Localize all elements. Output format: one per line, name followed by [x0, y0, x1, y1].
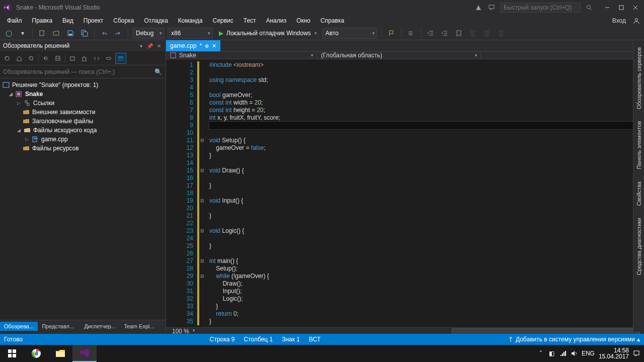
expand-icon[interactable]: ◢	[8, 92, 13, 97]
tab-team-explorer[interactable]: Team Explorer	[120, 322, 162, 331]
sol-view-icon[interactable]	[116, 53, 126, 63]
tray-lang[interactable]: ENG	[582, 350, 595, 357]
tray-clock[interactable]: 14:5815.04.2017	[599, 347, 629, 359]
menu-debug[interactable]: Отладка	[139, 16, 173, 25]
tb-extra1[interactable]: ░	[467, 28, 478, 39]
vtab-toolbox[interactable]: Панель элементов	[635, 117, 643, 173]
menu-analyze[interactable]: Анализ	[261, 16, 292, 25]
menu-test[interactable]: Тест	[238, 16, 261, 25]
user-icon[interactable]	[633, 17, 640, 24]
tray-notification-icon[interactable]	[633, 350, 640, 357]
scope-dropdown[interactable]: Авто	[322, 28, 377, 39]
tb-extra2[interactable]: ░	[481, 28, 493, 39]
config-dropdown[interactable]: Debug	[132, 28, 165, 39]
sol-collapse-icon[interactable]	[53, 53, 63, 63]
taskbar-explorer[interactable]	[48, 345, 72, 362]
menu-view[interactable]: Вид	[57, 16, 78, 25]
expand-icon[interactable]: ◢	[16, 128, 21, 133]
tray-app-icon[interactable]: ◧	[548, 350, 555, 357]
sol-refresh-icon[interactable]	[41, 53, 51, 63]
tree-refs[interactable]: ▷ Ссылки	[0, 99, 166, 108]
tree-sources[interactable]: ◢ Файлы исходного кода	[0, 126, 166, 135]
tray-volume-icon[interactable]	[571, 350, 578, 357]
svg-point-19	[5, 56, 9, 60]
new-button[interactable]	[37, 28, 48, 39]
tree-solution[interactable]: Решение "Snake" (проектов: 1)	[0, 80, 166, 89]
tree-headers[interactable]: Заголовочные файлы	[0, 117, 166, 126]
search-icon[interactable]	[585, 3, 594, 12]
start-button[interactable]	[0, 345, 24, 362]
vtab-server-explorer[interactable]: Обозреватель серверов	[635, 43, 643, 113]
tab-dispatcher[interactable]: Диспетчер...	[80, 322, 120, 331]
vtab-properties[interactable]: Свойства	[635, 177, 643, 210]
sol-preview-icon[interactable]	[104, 53, 114, 63]
quick-launch-input[interactable]	[500, 3, 581, 13]
expand-icon[interactable]: ▷	[24, 137, 29, 142]
save-all-button[interactable]	[79, 28, 90, 39]
signin-link[interactable]: Вход	[608, 16, 630, 25]
panel-dropdown-icon[interactable]: ▾	[137, 42, 144, 49]
nav-member-dropdown[interactable]	[481, 52, 645, 59]
close-tab-icon[interactable]: ✕	[212, 43, 216, 49]
outdent-button[interactable]	[439, 28, 450, 39]
taskbar-chrome[interactable]	[24, 345, 48, 362]
flag-button[interactable]	[386, 28, 397, 39]
expand-icon[interactable]: ▷	[16, 101, 21, 106]
menu-file[interactable]: Файл	[2, 16, 27, 25]
platform-dropdown[interactable]: x86	[168, 28, 213, 39]
tray-up-icon[interactable]: ˄	[537, 350, 544, 357]
pin-icon[interactable]: ⊕	[205, 43, 209, 49]
menu-tools[interactable]: Сервис	[208, 16, 238, 25]
nav-bar: Snake (Глобальная область)	[166, 51, 644, 59]
taskbar-vs[interactable]	[72, 345, 97, 362]
sol-showall-icon[interactable]	[67, 53, 77, 63]
nav-project-dropdown[interactable]: Snake	[166, 52, 317, 59]
start-debug-button[interactable]: ▶Локальный отладчик Windows	[216, 28, 319, 39]
maximize-button[interactable]	[615, 3, 628, 13]
tree-project[interactable]: ◢ Snake	[0, 89, 166, 99]
solution-search-input[interactable]	[3, 68, 154, 75]
tree-file-game[interactable]: ▷ ++ game.cpp	[0, 135, 166, 144]
taskbar: ˄ ◧ ENG 14:5815.04.2017	[0, 345, 644, 362]
undo-button[interactable]	[99, 28, 110, 39]
svg-rect-8	[40, 31, 44, 36]
sol-props-icon[interactable]	[79, 53, 90, 63]
tree-resources[interactable]: Файлы ресурсов	[0, 144, 166, 153]
nav-scope-dropdown[interactable]: (Глобальная область)	[317, 52, 481, 59]
open-button[interactable]	[51, 28, 62, 39]
feedback-icon[interactable]	[487, 3, 496, 12]
sol-code-icon[interactable]	[92, 53, 102, 63]
menu-build[interactable]: Сборка	[108, 16, 139, 25]
minimize-button[interactable]	[601, 3, 614, 13]
sol-sync-icon[interactable]	[26, 53, 36, 63]
panel-pin-icon[interactable]: 📌	[146, 42, 153, 49]
comment-button[interactable]	[406, 28, 417, 39]
menu-edit[interactable]: Правка	[27, 16, 58, 25]
tab-solution-explorer[interactable]: Обозрева...	[0, 322, 38, 331]
status-vc-link[interactable]: Добавить в систему управления версиями ▴	[508, 336, 640, 343]
tb-extra3[interactable]: ░	[496, 28, 507, 39]
menu-project[interactable]: Проект	[78, 16, 109, 25]
panel-close-icon[interactable]: ✕	[155, 42, 163, 49]
code-editor[interactable]: 1234567891011121314151617181920212223242…	[166, 59, 644, 327]
editor-tab-game[interactable]: game.cpp* ⊕ ✕	[166, 40, 220, 51]
close-button[interactable]	[629, 3, 642, 13]
nav-back-button[interactable]: ◯	[3, 28, 14, 39]
sol-home-icon[interactable]	[2, 53, 12, 63]
redo-button[interactable]	[113, 28, 124, 39]
notify-icon[interactable]	[474, 3, 483, 12]
bookmark-button[interactable]	[453, 28, 464, 39]
menu-help[interactable]: Справка	[315, 16, 349, 25]
nav-fwd-button[interactable]: ▾	[17, 28, 28, 39]
svg-rect-25	[3, 82, 9, 87]
tray-network-icon[interactable]	[559, 350, 567, 357]
tree-external[interactable]: Внешние зависимости	[0, 108, 166, 117]
tab-class-view[interactable]: Представле...	[38, 322, 80, 331]
save-button[interactable]	[65, 28, 76, 39]
search-icon[interactable]: 🔍	[154, 68, 163, 75]
indent-button[interactable]	[425, 28, 436, 39]
vtab-diagnostics[interactable]: Средства диагностики	[635, 214, 643, 279]
menu-window[interactable]: Окно	[291, 16, 315, 25]
menu-team[interactable]: Команда	[173, 16, 208, 25]
sol-home-button[interactable]	[14, 53, 24, 63]
